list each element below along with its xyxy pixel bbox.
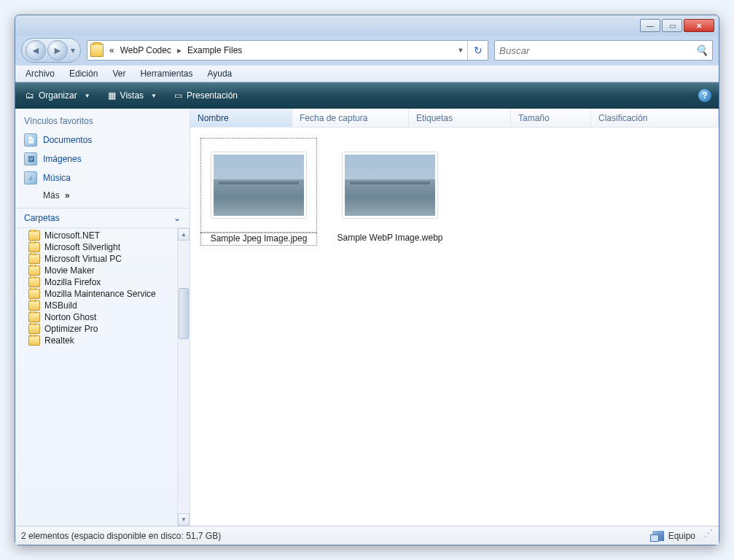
folder-tree-item[interactable]: Mozilla Maintenance Service xyxy=(15,288,177,300)
computer-icon xyxy=(652,531,664,541)
folder-tree-item[interactable]: Mozilla Firefox xyxy=(15,276,177,288)
search-box[interactable]: 🔍 xyxy=(494,40,713,61)
thumbnail-image xyxy=(345,155,435,216)
help-button[interactable]: ? xyxy=(698,89,711,102)
file-item[interactable]: Sample WebP Image.webp xyxy=(332,138,448,243)
folder-label: Norton Ghost xyxy=(44,312,96,322)
files-area[interactable]: Sample Jpeg Image.jpegSample WebP Image.… xyxy=(190,128,719,526)
sidebar-more[interactable]: Más » xyxy=(24,187,181,201)
statusbar: 2 elementos (espacio disponible en disco… xyxy=(15,526,719,545)
folder-icon xyxy=(28,289,40,299)
folder-tree-item[interactable]: Optimizer Pro xyxy=(15,323,177,335)
menu-help[interactable]: Ayuda xyxy=(200,66,239,82)
back-button[interactable]: ◄ xyxy=(26,40,46,61)
refresh-button[interactable]: ↻ xyxy=(467,41,488,60)
search-icon[interactable]: 🔍 xyxy=(695,44,708,56)
column-size[interactable]: Tamaño xyxy=(511,109,591,127)
folders-header-label: Carpetas xyxy=(24,213,60,223)
scroll-track[interactable] xyxy=(178,241,190,513)
menu-tools[interactable]: Herramientas xyxy=(133,66,200,82)
sidebar-more-label: Más xyxy=(43,190,60,201)
folder-icon xyxy=(28,265,40,276)
folder-tree-item[interactable]: Microsoft Silverlight xyxy=(15,241,177,253)
search-input[interactable] xyxy=(499,45,695,56)
folder-tree-item[interactable]: Microsoft Virtual PC xyxy=(15,253,177,265)
resize-grip[interactable]: ⋰ xyxy=(703,531,713,541)
refresh-icon: ↻ xyxy=(474,44,483,56)
column-rating[interactable]: Clasificación xyxy=(591,109,719,127)
scrollbar-vertical[interactable]: ▲ ▼ xyxy=(177,228,190,526)
nav-arrows: ◄ ► ▾ xyxy=(21,38,81,63)
folder-icon xyxy=(28,312,40,322)
help-icon: ? xyxy=(702,90,707,101)
file-name: Sample WebP Image.webp xyxy=(332,233,448,243)
music-icon: ♪ xyxy=(24,171,37,184)
folder-tree-item[interactable]: Norton Ghost xyxy=(15,311,177,323)
folder-label: Microsoft Virtual PC xyxy=(44,254,122,264)
content-pane: Nombre Fecha de captura Etiquetas Tamaño… xyxy=(190,109,719,526)
views-button[interactable]: ▦ Vistas ▼ xyxy=(105,82,160,109)
folder-tree-item[interactable]: Realtek xyxy=(15,335,177,346)
file-item[interactable]: Sample Jpeg Image.jpeg xyxy=(200,138,317,246)
scroll-up-button[interactable]: ▲ xyxy=(178,228,190,241)
folder-icon xyxy=(28,300,40,311)
minimize-button[interactable]: — xyxy=(640,19,660,32)
folder-label: Realtek xyxy=(44,335,74,346)
column-date[interactable]: Fecha de captura xyxy=(292,109,409,127)
organize-label: Organizar xyxy=(39,90,77,101)
sidebar-item-label: Documentos xyxy=(43,135,92,145)
chevron-right-icon[interactable]: ▸ xyxy=(174,45,184,55)
address-dropdown[interactable]: ▼ xyxy=(454,47,467,54)
column-name[interactable]: Nombre xyxy=(190,109,292,127)
thumbnail xyxy=(343,152,437,218)
menu-file[interactable]: Archivo xyxy=(18,66,62,82)
folder-icon xyxy=(28,254,40,264)
close-button[interactable]: ✕ xyxy=(684,19,714,32)
sidebar-item-pictures[interactable]: 🖼 Imágenes xyxy=(24,149,181,168)
breadcrumb-prefix: « xyxy=(106,41,117,60)
scroll-thumb[interactable] xyxy=(179,288,189,339)
folder-label: Microsoft.NET xyxy=(44,230,100,241)
menubar: Archivo Edición Ver Herramientas Ayuda xyxy=(15,65,719,82)
folder-icon xyxy=(28,277,40,287)
forward-button[interactable]: ► xyxy=(47,40,68,61)
pictures-icon: 🖼 xyxy=(24,152,37,166)
maximize-button[interactable]: ▭ xyxy=(662,19,682,32)
explorer-window: — ▭ ✕ ◄ ► ▾ « WebP Codec ▸ Example Files… xyxy=(15,15,719,545)
thumbnail xyxy=(211,152,306,218)
sidebar: Vínculos favoritos 📄 Documentos 🖼 Imágen… xyxy=(15,109,190,526)
nav-history-dropdown[interactable]: ▾ xyxy=(69,45,77,55)
chevron-down-icon: ▼ xyxy=(85,93,90,99)
sidebar-item-label: Imágenes xyxy=(43,154,82,164)
sidebar-item-documents[interactable]: 📄 Documentos xyxy=(24,131,181,149)
favorites-header: Vínculos favoritos xyxy=(15,109,190,131)
chevron-right-icon: » xyxy=(65,190,69,201)
organize-button[interactable]: 🗂 Organizar ▼ xyxy=(23,82,93,109)
column-tags[interactable]: Etiquetas xyxy=(409,109,511,127)
favorites-list: 📄 Documentos 🖼 Imágenes ♪ Música Más » xyxy=(15,131,190,208)
folders-header[interactable]: Carpetas ⌄ xyxy=(15,208,190,228)
body-area: Vínculos favoritos 📄 Documentos 🖼 Imágen… xyxy=(15,109,719,526)
titlebar: — ▭ ✕ xyxy=(15,15,719,36)
folder-label: Movie Maker xyxy=(44,265,95,276)
menu-view[interactable]: Ver xyxy=(105,66,133,82)
address-bar[interactable]: « WebP Codec ▸ Example Files ▼ ↻ xyxy=(87,40,488,61)
sidebar-item-music[interactable]: ♪ Música xyxy=(24,168,181,187)
thumbnail-image xyxy=(214,155,304,216)
folder-tree-item[interactable]: MSBuild xyxy=(15,300,177,311)
folder-icon xyxy=(28,335,40,346)
document-icon: 📄 xyxy=(24,133,37,147)
menu-edit[interactable]: Edición xyxy=(62,66,105,82)
slideshow-button[interactable]: ▭ Presentación xyxy=(171,82,241,109)
folder-icon xyxy=(28,242,40,252)
thumbnail-box xyxy=(200,138,317,233)
breadcrumb-segment[interactable]: Example Files xyxy=(184,41,245,60)
chevron-down-icon: ▼ xyxy=(151,93,157,99)
folder-label: Optimizer Pro xyxy=(44,324,98,334)
folder-tree-item[interactable]: Microsoft.NET xyxy=(15,230,177,241)
folder-label: Mozilla Firefox xyxy=(44,277,101,287)
scroll-down-button[interactable]: ▼ xyxy=(178,513,190,526)
folder-tree-item[interactable]: Movie Maker xyxy=(15,265,177,276)
views-icon: ▦ xyxy=(108,90,116,101)
breadcrumb-segment[interactable]: WebP Codec xyxy=(117,41,174,60)
